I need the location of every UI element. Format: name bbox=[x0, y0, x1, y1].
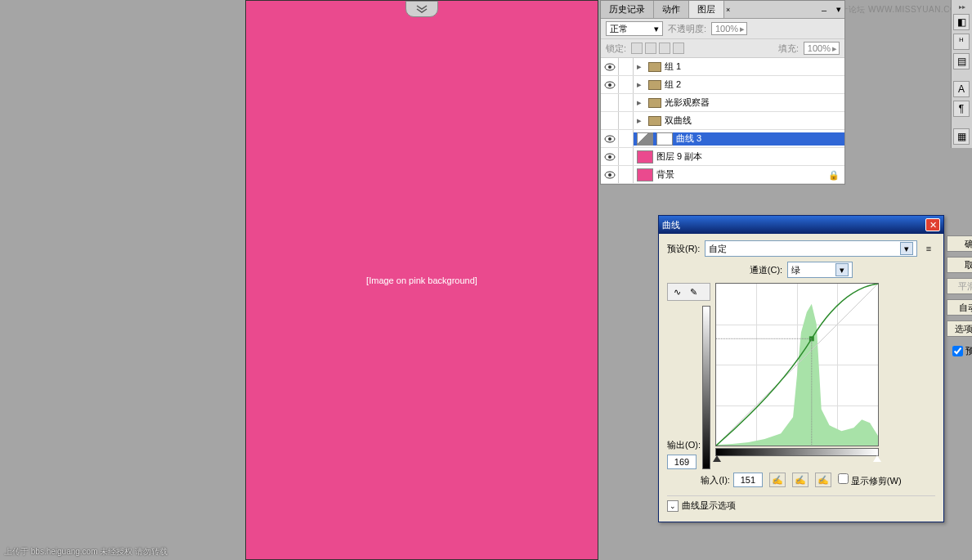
layer-thumb bbox=[637, 150, 653, 164]
svg-point-3 bbox=[608, 83, 611, 87]
svg-point-7 bbox=[608, 155, 611, 159]
expand-arrow-icon[interactable]: ▸ bbox=[637, 115, 645, 126]
show-clipping-checkbox[interactable]: 显示修剪(W) bbox=[838, 473, 902, 487]
watermark-bottom: 上传于 bbs.heiguang.com 未经授权 请勿转载 bbox=[4, 546, 168, 558]
folder-icon bbox=[648, 98, 661, 108]
paragraph-icon[interactable]: ¶ bbox=[953, 101, 970, 117]
opacity-field[interactable]: 100%▸ bbox=[711, 22, 747, 35]
canvas[interactable]: [Image on pink background] bbox=[245, 0, 598, 560]
close-button[interactable]: ✕ bbox=[925, 218, 940, 231]
layer-name: 双曲线 bbox=[665, 114, 692, 127]
dialog-titlebar[interactable]: 曲线 ✕ bbox=[659, 216, 943, 234]
panel-menu-icon[interactable]: ▾ bbox=[833, 2, 844, 16]
link-cell[interactable] bbox=[619, 76, 634, 93]
eyedropper-gray-icon[interactable]: ✍ bbox=[792, 473, 809, 487]
visibility-toggle[interactable] bbox=[601, 112, 619, 129]
visibility-toggle[interactable] bbox=[601, 148, 619, 165]
link-cell[interactable] bbox=[619, 166, 634, 183]
tab-actions[interactable]: 动作 bbox=[654, 1, 689, 18]
channel-select[interactable]: 绿 ▾ bbox=[787, 262, 853, 278]
curve-display-options[interactable]: ⌄ 曲线显示选项 bbox=[667, 495, 935, 515]
character-icon[interactable]: A bbox=[953, 81, 970, 97]
layer-row[interactable]: ▸双曲线 bbox=[601, 112, 844, 130]
link-cell[interactable] bbox=[619, 130, 634, 147]
eyedropper-white-icon[interactable]: ✍ bbox=[815, 473, 831, 487]
link-cell[interactable] bbox=[619, 58, 634, 75]
lock-all-icon[interactable] bbox=[673, 43, 684, 54]
channel-row: 通道(C): 绿 ▾ bbox=[667, 262, 935, 278]
preview-checkbox[interactable]: 预览(P) bbox=[947, 345, 972, 357]
dialog-side-buttons: 确定 取消 平滑(M) 自动(A) 选项(T)... 预览(P) bbox=[947, 235, 972, 357]
layer-row[interactable]: 图层 9 副本 bbox=[601, 148, 844, 166]
panel-tabs: 历史记录 动作 图层 × – ▾ bbox=[601, 1, 844, 19]
lock-icon: 🔒 bbox=[828, 170, 836, 180]
canvas-placeholder: [Image on pink background] bbox=[366, 276, 477, 285]
expand-arrow-icon[interactable]: ▸ bbox=[637, 97, 645, 108]
canvas-collapse-toggle[interactable] bbox=[405, 1, 438, 17]
input-field[interactable] bbox=[733, 473, 763, 487]
info-icon[interactable]: ▤ bbox=[953, 53, 970, 69]
folder-icon bbox=[648, 116, 661, 126]
tab-close-x[interactable]: × bbox=[724, 6, 732, 14]
output-field[interactable] bbox=[667, 455, 697, 469]
swatches-icon[interactable]: ▦ bbox=[953, 128, 970, 145]
chevron-icon: ▸ bbox=[740, 24, 745, 34]
fill-field[interactable]: 100%▸ bbox=[804, 42, 840, 55]
panel-minimize-icon[interactable]: – bbox=[817, 3, 831, 16]
visibility-toggle[interactable] bbox=[601, 166, 619, 183]
chevron-down-icon: ▾ bbox=[900, 242, 913, 255]
fill-label: 填充: bbox=[778, 43, 799, 55]
curve-pencil-tool-icon[interactable]: ✎ bbox=[686, 285, 701, 298]
eyedropper-black-icon[interactable]: ✍ bbox=[769, 473, 786, 487]
options-button[interactable]: 选项(T)... bbox=[947, 320, 972, 337]
visibility-toggle[interactable] bbox=[601, 94, 619, 111]
link-cell[interactable] bbox=[619, 112, 634, 129]
white-point-slider[interactable] bbox=[873, 455, 881, 462]
auto-button[interactable]: 自动(A) bbox=[947, 299, 972, 316]
adjustment-thumb bbox=[637, 132, 653, 146]
black-point-slider[interactable] bbox=[713, 455, 721, 462]
expand-arrow-icon[interactable]: ▸ bbox=[637, 79, 645, 90]
curves-graph[interactable] bbox=[715, 283, 879, 446]
folder-icon bbox=[648, 62, 661, 72]
lock-position-icon[interactable] bbox=[659, 43, 670, 54]
curves-dialog: 曲线 ✕ 预设(R): 自定 ▾ ≡ 通道(C): 绿 ▾ ∿ ✎ bbox=[658, 215, 944, 522]
cancel-button[interactable]: 取消 bbox=[947, 257, 972, 273]
lock-transparent-icon[interactable] bbox=[631, 43, 643, 54]
blend-mode-select[interactable]: 正常▾ bbox=[606, 21, 663, 36]
input-ramp bbox=[715, 448, 879, 456]
layer-row[interactable]: 背景🔒 bbox=[601, 166, 844, 184]
preset-menu-icon[interactable]: ≡ bbox=[922, 242, 935, 255]
layer-row[interactable]: ▸光影观察器 bbox=[601, 94, 844, 112]
svg-point-9 bbox=[608, 173, 611, 177]
link-cell[interactable] bbox=[619, 148, 634, 165]
tab-layers[interactable]: 图层 bbox=[689, 1, 724, 18]
input-label: 输入(I): bbox=[701, 474, 729, 486]
layer-name: 光影观察器 bbox=[665, 96, 710, 109]
visibility-toggle[interactable] bbox=[601, 58, 619, 75]
curve-point-tool-icon[interactable]: ∿ bbox=[670, 285, 684, 298]
layers-panel: 历史记录 动作 图层 × – ▾ 正常▾ 不透明度: 100%▸ 锁定: 填充:… bbox=[600, 0, 845, 185]
right-collapsed-panels: ▸▸ ◧ ᴴ ▤ A ¶ ▦ bbox=[951, 0, 972, 148]
layer-name: 图层 9 副本 bbox=[656, 150, 702, 163]
layer-row[interactable]: ▸组 1 bbox=[601, 58, 844, 76]
tab-history[interactable]: 历史记录 bbox=[601, 1, 654, 18]
visibility-toggle[interactable] bbox=[601, 130, 619, 147]
layer-list: ▸组 1▸组 2▸光影观察器▸双曲线曲线 3图层 9 副本背景🔒 bbox=[601, 58, 844, 184]
chevron-down-icon: ▾ bbox=[654, 24, 659, 34]
layer-row[interactable]: 曲线 3 bbox=[601, 130, 844, 148]
ok-button[interactable]: 确定 bbox=[947, 235, 972, 252]
navigator-icon[interactable]: ◧ bbox=[953, 14, 970, 30]
expand-arrow-icon[interactable]: ▸ bbox=[637, 61, 645, 72]
layer-row[interactable]: ▸组 2 bbox=[601, 76, 844, 94]
lock-pixels-icon[interactable] bbox=[645, 43, 656, 54]
opacity-label: 不透明度: bbox=[668, 23, 706, 35]
layer-thumb bbox=[637, 168, 653, 181]
link-cell[interactable] bbox=[619, 94, 634, 111]
histogram-icon[interactable]: ᴴ bbox=[953, 34, 970, 50]
preset-select[interactable]: 自定 ▾ bbox=[705, 240, 917, 257]
input-slider[interactable] bbox=[715, 456, 879, 464]
expand-arrow-icon[interactable]: ▸▸ bbox=[953, 3, 970, 11]
visibility-toggle[interactable] bbox=[601, 76, 619, 93]
lock-fill-row: 锁定: 填充: 100%▸ bbox=[601, 39, 844, 58]
